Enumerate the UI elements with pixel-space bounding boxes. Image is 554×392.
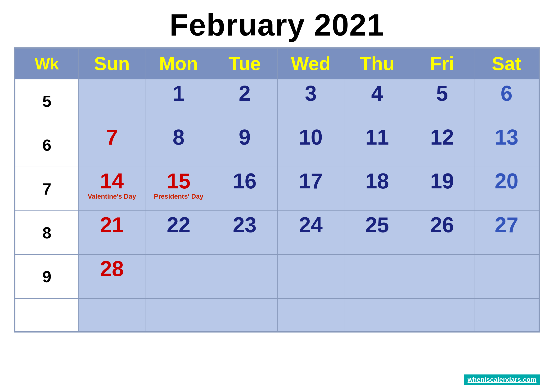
date-number: 16 bbox=[216, 170, 273, 192]
page-title: February 2021 bbox=[170, 7, 385, 43]
day-cell: 2 bbox=[212, 79, 277, 123]
week-number: 9 bbox=[15, 255, 79, 298]
day-cell: 22 bbox=[145, 211, 212, 255]
empty-day-cell bbox=[474, 298, 539, 332]
date-number: 4 bbox=[349, 83, 406, 104]
date-number: 26 bbox=[415, 214, 470, 236]
date-number: 6 bbox=[479, 83, 534, 104]
day-cell bbox=[344, 255, 410, 298]
day-cell bbox=[145, 255, 212, 298]
date-number: 9 bbox=[216, 126, 273, 148]
date-number: 22 bbox=[150, 214, 208, 236]
day-cell bbox=[410, 255, 474, 298]
day-cell: 16 bbox=[212, 167, 277, 211]
date-number: 25 bbox=[349, 214, 406, 236]
day-cell: 17 bbox=[277, 167, 344, 211]
date-number: 3 bbox=[282, 83, 340, 104]
date-number: 15 bbox=[150, 170, 208, 192]
week-number: 8 bbox=[15, 211, 79, 255]
wk-header: Wk bbox=[15, 48, 79, 79]
empty-row bbox=[15, 298, 539, 332]
date-number: 10 bbox=[282, 126, 340, 148]
empty-day-cell bbox=[344, 298, 410, 332]
day-cell: 23 bbox=[212, 211, 277, 255]
date-number: 27 bbox=[479, 214, 534, 236]
date-number: 12 bbox=[415, 126, 470, 148]
day-cell: 18 bbox=[344, 167, 410, 211]
day-cell: 7 bbox=[79, 123, 145, 167]
day-cell: 3 bbox=[277, 79, 344, 123]
day-cell: 21 bbox=[79, 211, 145, 255]
week-row: 678910111213 bbox=[15, 123, 539, 167]
day-cell bbox=[474, 255, 539, 298]
tue-header: Tue bbox=[212, 48, 277, 79]
date-number: 2 bbox=[216, 83, 273, 104]
week-number: 5 bbox=[15, 79, 79, 123]
day-cell: 10 bbox=[277, 123, 344, 167]
day-cell: 19 bbox=[410, 167, 474, 211]
holiday-label: Presidents' Day bbox=[150, 193, 208, 200]
week-row: 714Valentine's Day15Presidents' Day16171… bbox=[15, 167, 539, 211]
sun-header: Sun bbox=[79, 48, 145, 79]
date-number: 18 bbox=[349, 170, 406, 192]
day-cell: 27 bbox=[474, 211, 539, 255]
empty-day-cell bbox=[79, 298, 145, 332]
day-cell: 5 bbox=[410, 79, 474, 123]
calendar: Wk Sun Mon Tue Wed Thu Fri Sat 512345667… bbox=[14, 47, 540, 333]
day-cell: 11 bbox=[344, 123, 410, 167]
date-number: 17 bbox=[282, 170, 340, 192]
day-cell: 6 bbox=[474, 79, 539, 123]
day-cell bbox=[212, 255, 277, 298]
date-number: 11 bbox=[349, 126, 406, 148]
date-number: 20 bbox=[479, 170, 534, 192]
date-number: 28 bbox=[83, 258, 141, 280]
holiday-label: Valentine's Day bbox=[83, 193, 141, 200]
date-number: 19 bbox=[415, 170, 470, 192]
day-cell: 4 bbox=[344, 79, 410, 123]
day-cell: 9 bbox=[212, 123, 277, 167]
week-number: 7 bbox=[15, 167, 79, 211]
day-cell bbox=[79, 79, 145, 123]
empty-wk-cell bbox=[15, 298, 79, 332]
day-cell: 20 bbox=[474, 167, 539, 211]
day-cell: 13 bbox=[474, 123, 539, 167]
empty-day-cell bbox=[410, 298, 474, 332]
sat-header: Sat bbox=[474, 48, 539, 79]
day-cell: 12 bbox=[410, 123, 474, 167]
calendar-table: Wk Sun Mon Tue Wed Thu Fri Sat 512345667… bbox=[15, 48, 539, 332]
week-row: 928 bbox=[15, 255, 539, 298]
date-number: 13 bbox=[479, 126, 534, 148]
date-number: 21 bbox=[83, 214, 141, 236]
week-row: 5123456 bbox=[15, 79, 539, 123]
date-number: 7 bbox=[83, 126, 141, 148]
day-cell: 1 bbox=[145, 79, 212, 123]
date-number: 1 bbox=[150, 83, 208, 104]
day-cell: 15Presidents' Day bbox=[145, 167, 212, 211]
thu-header: Thu bbox=[344, 48, 410, 79]
day-cell: 24 bbox=[277, 211, 344, 255]
day-cell: 26 bbox=[410, 211, 474, 255]
day-cell: 25 bbox=[344, 211, 410, 255]
date-number: 24 bbox=[282, 214, 340, 236]
empty-day-cell bbox=[212, 298, 277, 332]
day-cell: 8 bbox=[145, 123, 212, 167]
header-row: Wk Sun Mon Tue Wed Thu Fri Sat bbox=[15, 48, 539, 79]
empty-day-cell bbox=[277, 298, 344, 332]
wed-header: Wed bbox=[277, 48, 344, 79]
date-number: 14 bbox=[83, 170, 141, 192]
day-cell: 14Valentine's Day bbox=[79, 167, 145, 211]
date-number: 23 bbox=[216, 214, 273, 236]
date-number: 5 bbox=[415, 83, 470, 104]
empty-day-cell bbox=[145, 298, 212, 332]
day-cell: 28 bbox=[79, 255, 145, 298]
week-number: 6 bbox=[15, 123, 79, 167]
week-row: 821222324252627 bbox=[15, 211, 539, 255]
mon-header: Mon bbox=[145, 48, 212, 79]
day-cell bbox=[277, 255, 344, 298]
fri-header: Fri bbox=[410, 48, 474, 79]
date-number: 8 bbox=[150, 126, 208, 148]
watermark-link[interactable]: wheniscalendars.com bbox=[464, 374, 540, 385]
